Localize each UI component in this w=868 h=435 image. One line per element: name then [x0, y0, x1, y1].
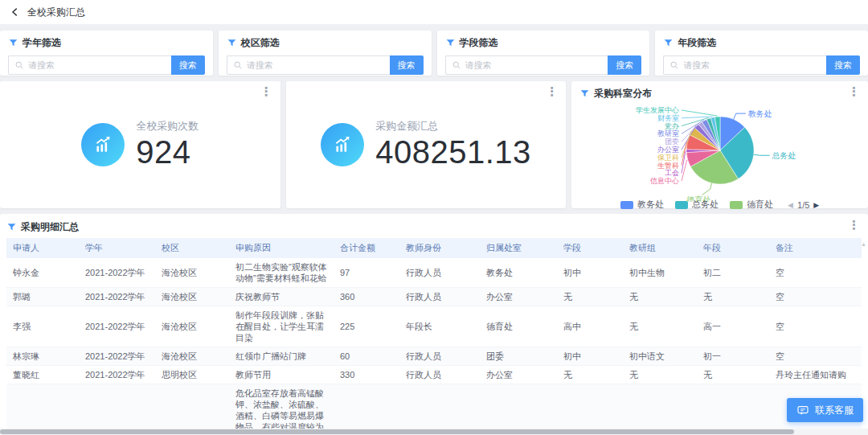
- column-header: 教研组: [623, 238, 697, 258]
- table-cell: 红领巾广播站门牌: [229, 347, 334, 366]
- table-cell: [399, 384, 480, 435]
- legend-next-icon[interactable]: ▶: [813, 201, 819, 209]
- table-row: 董晓红2021-2022学年思明校区教师节用330行政人员办公室无无无丹玲主任通…: [6, 366, 862, 384]
- table-cell: 2021-2022学年: [79, 366, 155, 384]
- filter-card-header: 年段筛选: [663, 36, 860, 50]
- kebab-menu-icon[interactable]: ⋮: [260, 85, 272, 97]
- table-cell: 无: [623, 288, 697, 306]
- search-icon: [452, 60, 461, 70]
- table-cell: 初中语文: [623, 347, 697, 366]
- table-cell: 林宗琳: [6, 347, 79, 366]
- table-cell: 初中生物: [623, 258, 697, 288]
- funnel-icon: [8, 38, 18, 48]
- search-input[interactable]: [683, 60, 821, 70]
- search-input[interactable]: [465, 60, 603, 70]
- filter-card-nianduan: 年段筛选 搜索: [655, 31, 868, 76]
- scroll-up-icon[interactable]: ▲: [861, 241, 866, 247]
- table-cell: 危化品室存放着高锰酸钾、浓盐酸、浓硫酸、酒精、白磷等易燃易爆物品，有些对温度较为…: [229, 384, 334, 435]
- contact-button-label: 联系客服: [815, 404, 854, 417]
- funnel-icon: [579, 88, 590, 99]
- stat-card-purchase-amount: ⋮ 采购金额汇总 408251.13: [286, 81, 567, 208]
- filter-title: 年段筛选: [678, 36, 716, 50]
- search-input[interactable]: [247, 60, 384, 70]
- table-cell: 年段长: [399, 306, 480, 347]
- table-row: 李强2021-2022学年海沧校区制作年段段训牌，张贴在醒目处，让学生耳濡目染2…: [6, 306, 862, 347]
- table-cell: 无: [623, 306, 697, 347]
- search-button[interactable]: 搜索: [171, 55, 205, 75]
- search-icon: [14, 60, 24, 70]
- pie-label: 党办: [665, 122, 679, 130]
- table-cell: 行政人员: [399, 258, 480, 288]
- table-cell: 高一: [697, 306, 769, 347]
- pie-leader-line: [682, 160, 687, 181]
- legend-swatch: [675, 201, 688, 209]
- table-cell: 德育处: [480, 306, 557, 347]
- filter-card-xuenian: 学年筛选 搜索: [0, 31, 213, 76]
- legend-item[interactable]: 教务处: [620, 199, 664, 211]
- table-cell: [79, 384, 155, 435]
- search-box: [663, 55, 826, 75]
- pie-leader-line: [702, 183, 711, 195]
- filter-card-xiaoqu: 校区筛选 搜索: [219, 31, 432, 76]
- purchase-detail-table: 申请人学年校区申购原因合计金额教师身份归属处室学段教研组年段备注 钟永金2021…: [6, 238, 862, 435]
- kebab-menu-icon[interactable]: ⋮: [848, 85, 860, 97]
- table-row: 钟永金2021-2022学年海沧校区初二生物实验“观察软体动物”需要材料蛏和花蛤…: [6, 258, 862, 288]
- trend-chart-icon: [321, 123, 364, 166]
- filters-row: 学年筛选 搜索 校区筛选 搜索: [0, 31, 868, 76]
- table-cell: 初中: [557, 258, 623, 288]
- table-cell: [155, 384, 229, 435]
- table-cell: 无: [697, 288, 769, 306]
- funnel-icon: [445, 38, 456, 48]
- table-cell: 初二: [697, 258, 769, 288]
- filter-title: 校区筛选: [241, 36, 280, 50]
- legend-item[interactable]: 德育处: [730, 199, 773, 211]
- table-cell: 60: [334, 347, 399, 366]
- pie-label: 办公室: [657, 146, 679, 154]
- dashboard-page: 全校采购汇总 学年筛选 搜索 校区筛选: [0, 0, 868, 435]
- search-button[interactable]: 搜索: [608, 55, 641, 75]
- table-cell: 庆祝教师节: [229, 288, 334, 306]
- search-button[interactable]: 搜索: [826, 55, 860, 75]
- pie-card-department-distribution: ⋮ 采购科室分布 教务处总务处德育处学生发展中心财务室党办教研室团委办公室保卫科…: [571, 81, 868, 208]
- contact-support-button[interactable]: 联系客服: [787, 398, 863, 422]
- stat-value: 408251.13: [375, 134, 531, 170]
- table-cell: 225: [334, 306, 399, 347]
- pie-legend: 教务处总务处德育处 ◀ 1/5 ▶: [620, 199, 819, 211]
- table-row: 危化品室存放着高锰酸钾、浓盐酸、浓硫酸、酒精、白磷等易燃易爆物品，有些对温度较为…: [6, 384, 862, 435]
- stat-value: 924: [136, 134, 199, 170]
- table-cell: 无: [623, 366, 697, 384]
- filter-card-header: 校区筛选: [227, 36, 424, 50]
- pie-label: 保卫科: [657, 154, 679, 162]
- legend-prev-icon[interactable]: ◀: [788, 201, 793, 209]
- table-title: 采购明细汇总: [21, 220, 79, 234]
- back-button[interactable]: [10, 6, 21, 18]
- search-button[interactable]: 搜索: [390, 55, 424, 75]
- search-icon: [669, 60, 679, 70]
- table-cell: 97: [334, 258, 399, 288]
- kebab-menu-icon[interactable]: ⋮: [848, 219, 860, 231]
- column-header: 学年: [79, 238, 155, 258]
- table-cell: 行政人员: [399, 288, 480, 306]
- legend-swatch: [730, 201, 743, 209]
- column-header: 教师身份: [399, 238, 480, 258]
- horizontal-scrollbar-thumb[interactable]: [0, 429, 794, 434]
- search-box: [227, 55, 390, 75]
- pie-chart[interactable]: 教务处总务处德育处学生发展中心财务室党办教研室团委办公室保卫科生管科工会信息中心: [583, 101, 857, 202]
- search-input[interactable]: [28, 60, 166, 70]
- pie-label: 总务处: [772, 151, 796, 160]
- pie-label: 工会: [665, 169, 679, 177]
- column-header: 年段: [697, 238, 769, 258]
- table-cell: [480, 384, 557, 435]
- table-cell: 郭璐: [6, 288, 79, 306]
- kebab-menu-icon[interactable]: ⋮: [546, 85, 558, 97]
- filter-card-header: 学段筛选: [445, 36, 642, 50]
- legend-item[interactable]: 总务处: [675, 199, 719, 211]
- column-header: 校区: [155, 238, 229, 258]
- column-header: 备注: [769, 238, 862, 258]
- table-cell: 海沧校区: [155, 306, 229, 347]
- table-cell: 高中: [557, 306, 623, 347]
- funnel-icon: [663, 38, 674, 48]
- table-cell: 行政人员: [399, 366, 480, 384]
- column-header: 申请人: [6, 238, 79, 258]
- pie-label: 教研室: [657, 129, 679, 137]
